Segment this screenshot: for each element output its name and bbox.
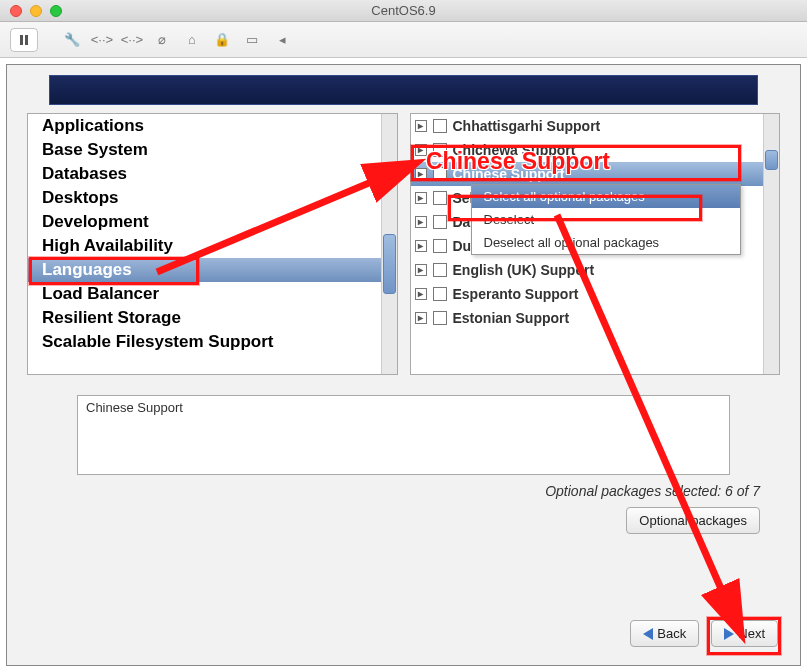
network-icon[interactable]: <··>: [90, 29, 114, 51]
vm-toolbar: 🔧 <··> <··> ⌀ ⌂ 🔒 ▭ ◂: [0, 22, 807, 58]
description-text: Chinese Support: [86, 400, 183, 415]
package-row[interactable]: ▸Chhattisgarhi Support: [411, 114, 780, 138]
pause-button[interactable]: [10, 28, 38, 52]
expander-icon[interactable]: ▸: [415, 312, 427, 324]
category-item[interactable]: Load Balancer: [28, 282, 397, 306]
description-box: Chinese Support: [77, 395, 730, 475]
category-item[interactable]: Databases: [28, 162, 397, 186]
category-item[interactable]: Scalable Filesystem Support: [28, 330, 397, 354]
expander-icon[interactable]: ▸: [415, 288, 427, 300]
left-scrollbar[interactable]: [381, 114, 397, 374]
arrow-right-icon: [724, 628, 734, 640]
checkbox[interactable]: [433, 287, 447, 301]
checkbox[interactable]: [433, 239, 447, 253]
category-item[interactable]: Languages: [28, 258, 397, 282]
arrow-left-icon: [643, 628, 653, 640]
expander-icon[interactable]: ▸: [415, 192, 427, 204]
highlight-chinese-label: Chinese Support: [426, 148, 610, 175]
expander-icon[interactable]: ▸: [415, 144, 427, 156]
hdd-icon[interactable]: ⌂: [180, 29, 204, 51]
next-button[interactable]: Next: [711, 620, 778, 647]
back-label: Back: [657, 626, 686, 641]
package-row[interactable]: ▸English (UK) Support: [411, 258, 780, 282]
context-menu-item[interactable]: Select all optional packages: [472, 185, 740, 208]
chevron-left-icon[interactable]: ◂: [270, 29, 294, 51]
package-label: Chhattisgarhi Support: [453, 118, 601, 134]
optional-status: Optional packages selected: 6 of 7: [7, 483, 760, 499]
context-menu-item[interactable]: Deselect all optional packages: [472, 231, 740, 254]
category-item[interactable]: Applications: [28, 114, 397, 138]
expander-icon[interactable]: ▸: [415, 264, 427, 276]
expander-icon[interactable]: ▸: [415, 240, 427, 252]
package-label: Estonian Support: [453, 310, 570, 326]
category-item[interactable]: Base System: [28, 138, 397, 162]
checkbox[interactable]: [433, 263, 447, 277]
category-item[interactable]: Development: [28, 210, 397, 234]
optional-packages-label: Optional packages: [639, 513, 747, 528]
checkbox[interactable]: [433, 191, 447, 205]
checkbox[interactable]: [433, 311, 447, 325]
package-label: English (UK) Support: [453, 262, 595, 278]
right-scrollbar[interactable]: [763, 114, 779, 374]
back-button[interactable]: Back: [630, 620, 699, 647]
next-label: Next: [738, 626, 765, 641]
wrench-icon[interactable]: 🔧: [60, 29, 84, 51]
optional-packages-button[interactable]: Optional packages: [626, 507, 760, 534]
device-icon[interactable]: ▭: [240, 29, 264, 51]
context-menu-item[interactable]: Deselect: [472, 208, 740, 231]
lock-icon[interactable]: 🔒: [210, 29, 234, 51]
category-item[interactable]: Desktops: [28, 186, 397, 210]
network2-icon[interactable]: <··>: [120, 29, 144, 51]
checkbox[interactable]: [433, 119, 447, 133]
window-title: CentOS6.9: [0, 3, 807, 18]
package-row[interactable]: ▸Esperanto Support: [411, 282, 780, 306]
expander-icon[interactable]: ▸: [415, 120, 427, 132]
category-panel: ApplicationsBase SystemDatabasesDesktops…: [27, 113, 398, 375]
category-item[interactable]: Resilient Storage: [28, 306, 397, 330]
package-row[interactable]: ▸Estonian Support: [411, 306, 780, 330]
macos-titlebar: CentOS6.9: [0, 0, 807, 22]
checkbox[interactable]: [433, 215, 447, 229]
disk-icon[interactable]: ⌀: [150, 29, 174, 51]
expander-icon[interactable]: ▸: [415, 216, 427, 228]
expander-icon[interactable]: ▸: [415, 168, 427, 180]
package-label: Esperanto Support: [453, 286, 579, 302]
context-menu: Select all optional packagesDeselectDese…: [471, 184, 741, 255]
installer-window: ApplicationsBase SystemDatabasesDesktops…: [6, 64, 801, 666]
installer-header: [49, 75, 758, 105]
category-item[interactable]: High Availability: [28, 234, 397, 258]
